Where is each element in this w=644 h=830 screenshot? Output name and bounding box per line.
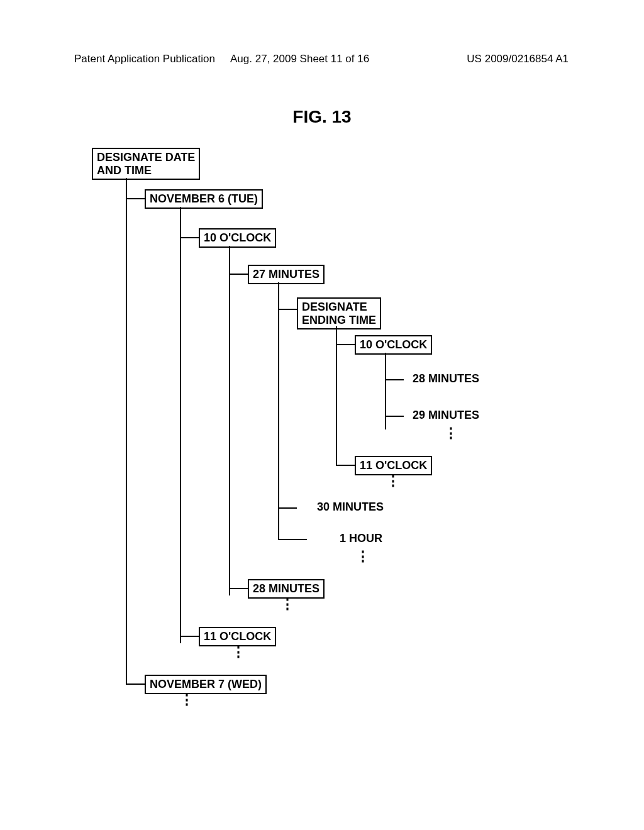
vdots-2: ⋮: [386, 477, 400, 484]
vdots-6: ⋮: [180, 696, 194, 703]
node-date1: NOVEMBER 6 (TUE): [145, 189, 263, 209]
hline-min30p: [278, 507, 297, 509]
hline-min28box: [229, 588, 248, 589]
vdots-4: ⋮: [280, 600, 294, 607]
node-hour10a: 10 O'CLOCK: [199, 228, 276, 248]
hline-date1: [126, 198, 145, 199]
node-min30p-label: 30 MINUTES: [306, 501, 384, 513]
node-min27: 27 MINUTES: [248, 265, 325, 284]
node-min28p: 28 MINUTES: [404, 370, 498, 392]
node-date2: NOVEMBER 7 (WED): [145, 675, 267, 694]
hline-desend: [278, 309, 297, 310]
vdots-1: ⋮: [444, 429, 458, 436]
vline-date1: [180, 207, 181, 643]
figure-title: FIG. 13: [0, 107, 644, 127]
hline-hour1p: [278, 539, 307, 540]
vline-min27: [278, 282, 279, 540]
node-min29p-label: 29 MINUTES: [413, 409, 479, 421]
hline-min29p: [385, 416, 404, 417]
node-min30p: 30 MINUTES: [297, 499, 426, 520]
vline-desend: [336, 326, 337, 466]
hline-date2: [126, 683, 145, 685]
vline-hour10b: [385, 353, 386, 429]
vdots-5: ⋮: [231, 648, 245, 655]
node-designate-end: DESIGNATE ENDING TIME: [297, 297, 381, 329]
vline-root: [126, 178, 127, 684]
vdots-3: ⋮: [356, 553, 370, 560]
hline-min28p: [385, 379, 404, 380]
hline-min27: [229, 274, 248, 275]
hline-hour11b: [336, 465, 355, 466]
header-mid: Aug. 27, 2009 Sheet 11 of 16: [230, 53, 369, 65]
hline-hour11a: [180, 636, 199, 637]
node-hour1p-label: 1 HOUR: [316, 532, 382, 545]
header-right: US 2009/0216854 A1: [467, 53, 569, 65]
node-root: DESIGNATE DATE AND TIME: [92, 148, 200, 180]
node-min28p-label: 28 MINUTES: [413, 372, 479, 385]
node-hour1p: 1 HOUR: [307, 530, 436, 551]
vline-hour10a: [229, 246, 230, 595]
hline-hour10b: [336, 344, 355, 345]
node-hour10b: 10 O'CLOCK: [355, 335, 432, 355]
tree-diagram: DESIGNATE DATE AND TIME NOVEMBER 6 (TUE)…: [92, 148, 557, 720]
header-left: Patent Application Publication: [74, 53, 215, 65]
page-header: Patent Application Publication Aug. 27, …: [74, 53, 569, 65]
hline-hour10a: [180, 237, 199, 238]
